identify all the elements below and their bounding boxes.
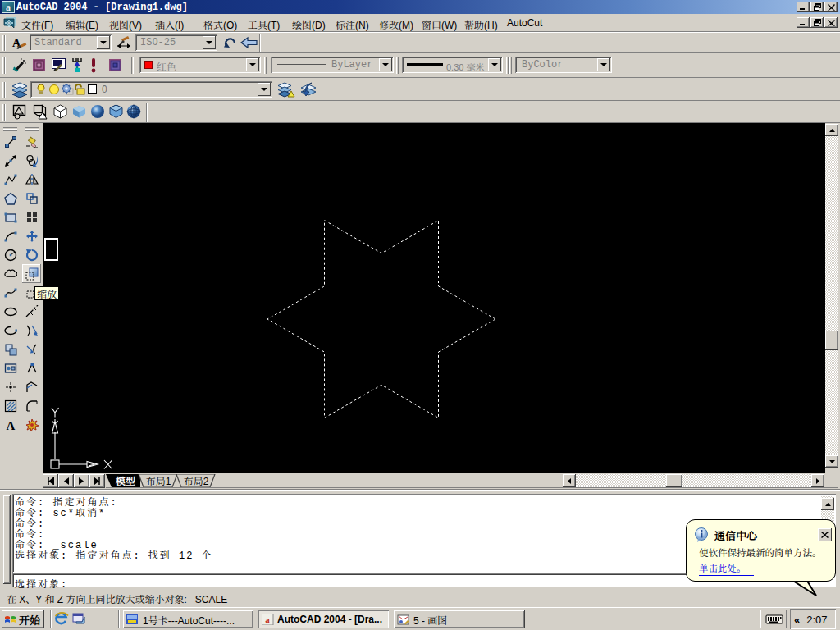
svg-text:a: a: [265, 614, 270, 624]
svg-text:布局1: 布局1: [146, 476, 171, 487]
svg-text:a: a: [6, 2, 11, 12]
svg-text:A: A: [6, 419, 15, 431]
svg-text:模型: 模型: [115, 476, 135, 487]
svg-text:布局2: 布局2: [184, 476, 209, 487]
